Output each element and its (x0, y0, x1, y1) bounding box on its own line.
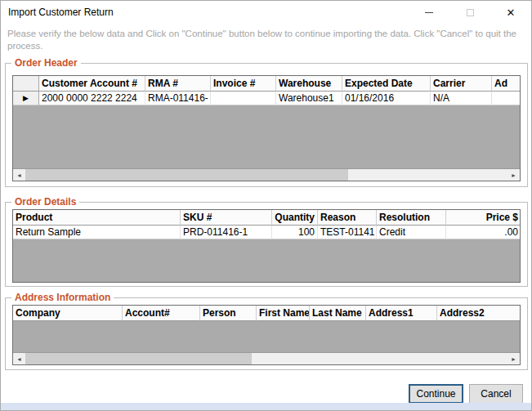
order-header-group-label: Order Header (11, 57, 81, 69)
minimize-icon (425, 12, 433, 13)
close-icon: ✕ (507, 7, 516, 18)
maximize-button (449, 1, 490, 24)
column-header[interactable]: Last Name (310, 306, 366, 321)
address-information-group-label: Address Information (11, 292, 114, 303)
grid-header-row: Customer Account #RMA #Invoice #Warehous… (13, 76, 520, 92)
scroll-right-arrow-icon[interactable]: ► (507, 169, 520, 181)
data-cell[interactable]: 01/16/2016 (342, 92, 431, 105)
column-header[interactable]: RMA # (145, 76, 211, 92)
column-header[interactable]: Account# (123, 306, 200, 321)
instruction-text: Please verify the below data and Click o… (7, 28, 527, 52)
column-header[interactable]: Expected Date (342, 76, 431, 92)
column-header[interactable]: Product (13, 210, 181, 226)
row-selector-icon[interactable]: ▶ (13, 92, 39, 105)
import-customer-return-dialog: Import Customer Return ✕ Please verify t… (0, 0, 532, 411)
column-header[interactable]: SKU # (181, 210, 272, 226)
maximize-icon (467, 9, 474, 16)
table-row[interactable]: Return SamplePRD-011416-1100TEST-01141Cr… (13, 226, 520, 239)
horizontal-scrollbar[interactable]: ◄ ► (13, 352, 520, 364)
minimize-button[interactable] (409, 1, 449, 24)
data-cell[interactable]: N/A (431, 92, 492, 105)
column-header[interactable]: Reason (318, 210, 377, 226)
column-header[interactable]: Person (200, 306, 257, 321)
column-header[interactable]: First Name (257, 306, 310, 321)
order-details-group: Order Details ProductSKU #QuantityReason… (5, 202, 528, 287)
column-header[interactable]: Resolution (377, 210, 446, 226)
data-cell[interactable]: 100 (272, 226, 318, 239)
close-button[interactable]: ✕ (490, 1, 531, 24)
scroll-right-arrow-icon[interactable]: ► (507, 353, 520, 364)
row-selector-header[interactable] (13, 76, 39, 92)
data-cell[interactable]: Credit (377, 226, 446, 239)
titlebar: Import Customer Return ✕ (1, 1, 531, 24)
horizontal-scrollbar[interactable]: ◄ ► (13, 168, 520, 181)
data-cell[interactable]: TEST-01141 (318, 226, 377, 239)
data-cell[interactable]: RMA-011416- (145, 92, 211, 105)
window-controls: ✕ (409, 1, 531, 24)
data-cell[interactable]: 2000 0000 2222 2224 (39, 92, 145, 105)
table-row[interactable]: ▶2000 0000 2222 2224RMA-011416-Warehouse… (13, 92, 520, 105)
grid-header-row: ProductSKU #QuantityReasonResolutionPric… (13, 210, 520, 226)
address-information-grid[interactable]: CompanyAccount#PersonFirst NameLast Name… (12, 305, 521, 365)
column-header[interactable]: Address1 (366, 306, 437, 321)
grid-header-row: CompanyAccount#PersonFirst NameLast Name… (13, 306, 520, 321)
order-header-group: Order Header Customer Account #RMA #Invo… (5, 63, 528, 187)
column-header[interactable]: Warehouse (276, 76, 342, 92)
column-header[interactable]: Invoice # (211, 76, 276, 92)
column-header[interactable]: Ad (492, 76, 521, 92)
bottom-strip (1, 403, 531, 410)
order-details-grid[interactable]: ProductSKU #QuantityReasonResolutionPric… (12, 209, 521, 283)
scroll-thumb[interactable] (25, 169, 348, 181)
data-cell[interactable]: Warehouse1 (276, 92, 342, 105)
scroll-track[interactable] (25, 169, 507, 181)
column-header[interactable]: Carrier (431, 76, 492, 92)
cancel-button[interactable]: Cancel (469, 384, 523, 404)
address-information-group: Address Information CompanyAccount#Perso… (5, 297, 528, 370)
data-cell[interactable]: .00 (446, 226, 521, 239)
order-details-group-label: Order Details (11, 196, 79, 208)
column-header[interactable]: Address2 (437, 306, 521, 321)
column-header[interactable]: Quantity (272, 210, 318, 226)
scroll-track[interactable] (25, 353, 507, 364)
column-header[interactable]: Customer Account # (39, 76, 145, 92)
scroll-left-arrow-icon[interactable]: ◄ (13, 353, 25, 364)
continue-button[interactable]: Continue (409, 384, 463, 404)
data-cell[interactable] (211, 92, 276, 105)
column-header[interactable]: Company (13, 306, 123, 321)
data-cell[interactable] (492, 92, 521, 105)
scroll-left-arrow-icon[interactable]: ◄ (13, 169, 25, 181)
data-cell[interactable]: PRD-011416-1 (181, 226, 272, 239)
column-header[interactable]: Price $ (446, 210, 521, 226)
scroll-thumb[interactable] (25, 353, 252, 364)
window-title: Import Customer Return (1, 7, 114, 18)
data-cell[interactable]: Return Sample (13, 226, 181, 239)
order-header-grid[interactable]: Customer Account #RMA #Invoice #Warehous… (12, 75, 521, 181)
